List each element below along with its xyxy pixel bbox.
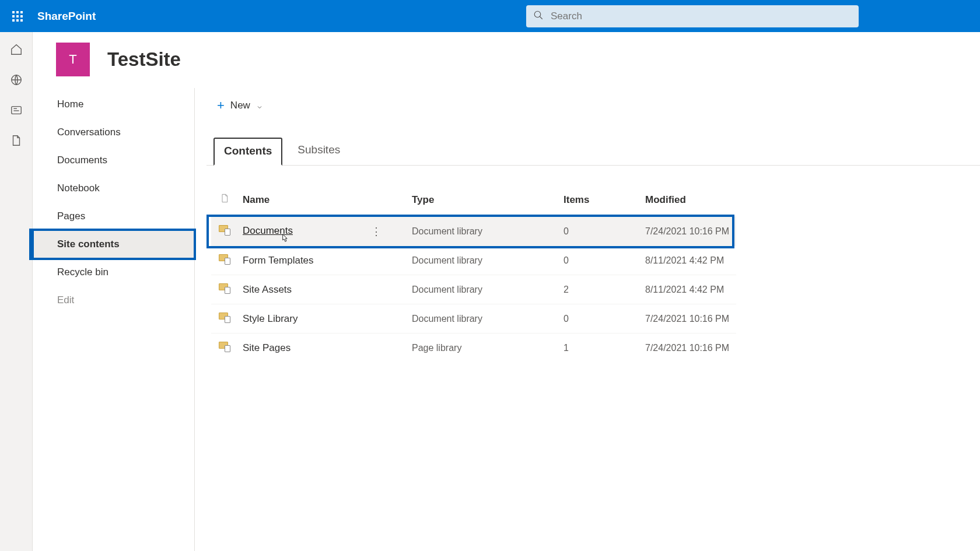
plus-icon: +	[217, 98, 225, 113]
table-row[interactable]: Documents ⋮ Document library 0 7/24/2021…	[211, 217, 736, 246]
row-name[interactable]: Site Pages	[243, 342, 290, 353]
svg-point-0	[534, 11, 541, 17]
row-items: 0	[559, 217, 640, 246]
brand-label[interactable]: SharePoint	[37, 10, 96, 23]
library-icon	[219, 253, 230, 265]
file-type-icon	[220, 195, 229, 206]
chevron-down-icon	[256, 102, 263, 109]
tab-subsites[interactable]: Subsites	[288, 138, 349, 166]
library-icon	[219, 341, 230, 352]
row-name[interactable]: Documents	[243, 225, 293, 236]
nav-site-contents[interactable]: Site contents	[33, 230, 194, 258]
row-type: Document library	[407, 304, 559, 334]
library-icon	[219, 311, 230, 323]
new-button-label: New	[230, 100, 250, 111]
row-type: Document library	[407, 246, 559, 275]
site-header: T TestSite	[33, 32, 980, 88]
nav-recycle-bin[interactable]: Recycle bin	[33, 258, 194, 286]
command-bar: + New	[206, 88, 980, 123]
nav-conversations[interactable]: Conversations	[33, 118, 194, 146]
search-icon	[533, 10, 544, 23]
site-avatar: T	[56, 43, 90, 76]
rail-home-icon[interactable]	[9, 43, 23, 57]
library-icon	[219, 282, 230, 294]
row-modified: 8/11/2021 4:42 PM	[640, 246, 736, 275]
row-type: Document library	[407, 217, 559, 246]
col-icon	[211, 187, 238, 217]
content-table: Name Type Items Modified Documents	[206, 166, 980, 362]
row-type: Document library	[407, 275, 559, 304]
tab-strip: Contents Subsites	[206, 137, 980, 166]
row-modified: 8/11/2021 4:42 PM	[640, 275, 736, 304]
col-modified[interactable]: Modified	[640, 187, 736, 217]
row-items: 0	[559, 246, 640, 275]
svg-line-1	[540, 16, 542, 19]
nav-home[interactable]: Home	[33, 90, 194, 118]
row-modified: 7/24/2021 10:16 PM	[640, 217, 736, 246]
row-items: 1	[559, 334, 640, 363]
nav-pages[interactable]: Pages	[33, 202, 194, 230]
nav-documents[interactable]: Documents	[33, 146, 194, 174]
row-items: 2	[559, 275, 640, 304]
new-button[interactable]: + New	[217, 98, 263, 113]
search-box[interactable]	[526, 5, 859, 27]
col-type[interactable]: Type	[407, 187, 559, 217]
row-modified: 7/24/2021 10:16 PM	[640, 334, 736, 363]
app-rail	[0, 32, 33, 551]
nav-edit[interactable]: Edit	[33, 286, 194, 314]
row-items: 0	[559, 304, 640, 334]
app-launcher-button[interactable]	[5, 3, 30, 29]
waffle-icon	[12, 11, 23, 22]
tab-contents[interactable]: Contents	[214, 138, 282, 166]
left-nav: Home Conversations Documents Notebook Pa…	[33, 88, 195, 551]
row-name[interactable]: Style Library	[243, 313, 298, 324]
nav-notebook[interactable]: Notebook	[33, 174, 194, 202]
rail-news-icon[interactable]	[9, 103, 23, 117]
col-items[interactable]: Items	[559, 187, 640, 217]
search-input[interactable]	[551, 10, 852, 22]
rail-files-icon[interactable]	[9, 134, 23, 148]
table-row[interactable]: Style Library Document library 0 7/24/20…	[211, 304, 736, 334]
library-icon	[219, 224, 230, 236]
app-header: SharePoint	[0, 0, 980, 32]
row-type: Page library	[407, 334, 559, 363]
svg-rect-3	[11, 107, 21, 114]
table-row[interactable]: Site Assets Document library 2 8/11/2021…	[211, 275, 736, 304]
row-menu-button[interactable]: ⋮	[368, 225, 385, 238]
rail-globe-icon[interactable]	[9, 73, 23, 87]
row-modified: 7/24/2021 10:16 PM	[640, 304, 736, 334]
table-row[interactable]: Form Templates Document library 0 8/11/2…	[211, 246, 736, 275]
col-name[interactable]: Name	[238, 187, 407, 217]
row-name[interactable]: Site Assets	[243, 284, 292, 295]
row-name[interactable]: Form Templates	[243, 255, 314, 266]
site-title[interactable]: TestSite	[107, 48, 181, 71]
table-row[interactable]: Site Pages Page library 1 7/24/2021 10:1…	[211, 334, 736, 363]
